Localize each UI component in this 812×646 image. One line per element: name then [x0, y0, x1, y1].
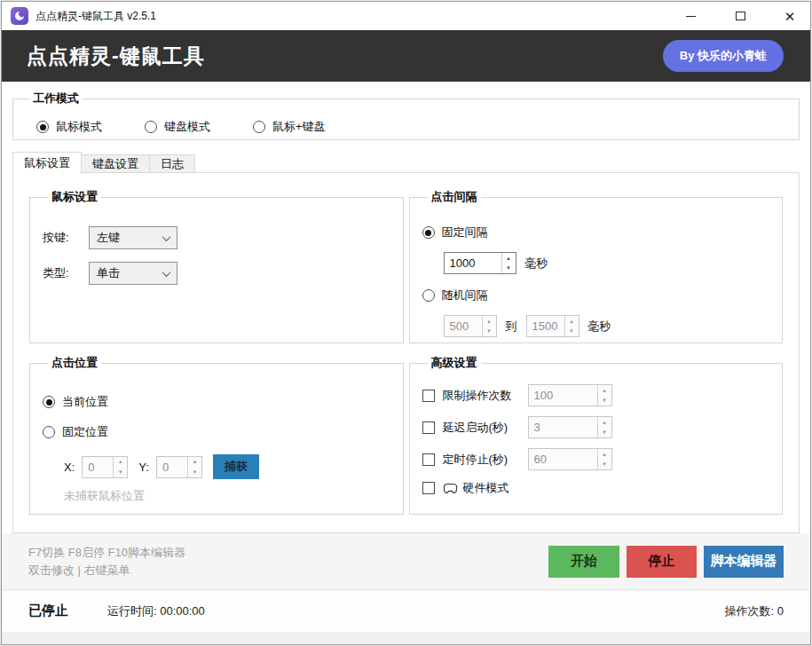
advanced-settings-group: 高级设置 限制操作次数 100 ▲▼ 延迟启动(秒) 3 [409, 355, 784, 515]
spin-up-icon[interactable]: ▲ [188, 457, 201, 468]
spinner-buttons: ▲▼ [187, 457, 201, 477]
spin-up-icon[interactable]: ▲ [598, 385, 611, 396]
radio-fixed-interval[interactable]: 固定间隔 [422, 225, 488, 240]
author-badge: By 快乐的小青蛙 [663, 40, 784, 72]
fixed-interval-row: 固定间隔 [422, 225, 770, 240]
footer-bar: F7切换 F8启停 F10脚本编辑器 双击修改 | 右键菜单 开始 停止 脚本编… [2, 533, 810, 589]
swirl-glyph [14, 11, 25, 21]
fixed-interval-spinner[interactable]: 1000 ▲▼ [444, 252, 516, 274]
maximize-icon [736, 12, 745, 20]
spin-up-icon[interactable]: ▲ [565, 316, 579, 327]
click-type-label: 类型: [43, 265, 89, 281]
limit-count-label: 限制操作次数 [443, 388, 528, 404]
random-max-spinner[interactable]: 1500 ▲▼ [526, 315, 579, 337]
start-button[interactable]: 开始 [548, 546, 619, 578]
delay-start-label: 延迟启动(秒) [443, 420, 528, 436]
spin-down-icon[interactable]: ▼ [502, 264, 516, 274]
spin-down-icon[interactable]: ▼ [598, 428, 611, 438]
spin-up-icon[interactable]: ▲ [502, 253, 516, 264]
click-position-group: 点击位置 当前位置 固定位置 X: [29, 355, 404, 515]
main-content: 工作模式 鼠标模式 键盘模式 鼠标+键盘 鼠标设置 键盘设置 日志 [2, 82, 810, 533]
hardware-mode-checkbox[interactable] [422, 482, 435, 494]
spinner-buttons: ▲▼ [597, 385, 611, 406]
spin-up-icon[interactable]: ▲ [598, 417, 611, 428]
mouse-settings-group: 鼠标设置 按键: 左键 类型: 单击 [29, 189, 404, 343]
radio-icon[interactable] [43, 396, 55, 408]
fixed-interval-unit: 毫秒 [525, 256, 548, 272]
spin-down-icon[interactable]: ▼ [598, 396, 611, 406]
spin-down-icon[interactable]: ▼ [565, 327, 579, 337]
y-label: Y: [138, 461, 149, 474]
limit-count-row: 限制操作次数 100 ▲▼ [422, 384, 770, 406]
radio-icon[interactable] [36, 121, 49, 133]
mouse-settings-label: 鼠标设置 [48, 189, 101, 205]
radio-icon[interactable] [43, 426, 55, 438]
capture-hint: 未捕获鼠标位置 [64, 488, 390, 504]
tab-mouse-settings[interactable]: 鼠标设置 [12, 152, 82, 174]
capture-button[interactable]: 捕获 [213, 454, 259, 479]
random-min-spinner[interactable]: 500 ▲▼ [444, 315, 497, 337]
limit-count-spinner[interactable]: 100 ▲▼ [528, 384, 612, 406]
spin-down-icon[interactable]: ▼ [483, 327, 496, 337]
hotkey-hint-line2: 双击修改 | 右键菜单 [28, 562, 185, 579]
spin-up-icon[interactable]: ▲ [598, 449, 611, 460]
spinner-buttons: ▲▼ [501, 253, 516, 273]
radio-icon[interactable] [253, 121, 265, 133]
fixed-position-row: 固定位置 [43, 424, 390, 440]
radio-icon[interactable] [422, 289, 435, 302]
bottom-strip [2, 632, 810, 645]
click-position-label: 点击位置 [48, 355, 101, 371]
x-coordinate-spinner[interactable]: 0 ▲▼ [82, 456, 128, 478]
radio-fixed-position[interactable]: 固定位置 [43, 424, 108, 440]
tab-strip: 鼠标设置 键盘设置 日志 [12, 151, 800, 173]
mouse-button-select[interactable]: 左键 [89, 226, 177, 249]
spin-down-icon[interactable]: ▼ [188, 467, 201, 477]
timed-stop-row: 定时停止(秒) 60 ▲▼ [422, 448, 770, 470]
click-type-value: 单击 [97, 265, 120, 281]
timed-stop-checkbox[interactable] [422, 453, 435, 466]
spin-up-icon[interactable]: ▲ [483, 316, 496, 327]
click-type-select[interactable]: 单击 [89, 262, 177, 285]
spin-up-icon[interactable]: ▲ [114, 457, 127, 468]
hotkey-hint-line1: F7切换 F8启停 F10脚本编辑器 [28, 544, 185, 562]
fixed-interval-value-row: 1000 ▲▼ 毫秒 [444, 252, 770, 274]
y-coordinate-spinner[interactable]: 0 ▲▼ [156, 456, 202, 478]
minimize-icon [686, 16, 696, 17]
runtime-text: 运行时间: 00:00:00 [107, 603, 205, 619]
close-icon: ✕ [784, 10, 796, 23]
gamepad-icon [443, 483, 458, 494]
script-editor-button[interactable]: 脚本编辑器 [704, 546, 784, 578]
chevron-down-icon [162, 268, 171, 277]
spinner-buttons: ▲▼ [597, 449, 611, 469]
click-interval-label: 点击间隔 [428, 189, 481, 205]
radio-current-position[interactable]: 当前位置 [43, 394, 108, 410]
tab-page-mouse-settings: 鼠标设置 按键: 左键 类型: 单击 [12, 172, 800, 533]
radio-mouse-mode[interactable]: 鼠标模式 [36, 119, 122, 135]
right-column: 点击间隔 固定间隔 1000 ▲▼ 毫秒 [409, 189, 784, 516]
delay-start-spinner[interactable]: 3 ▲▼ [528, 416, 612, 438]
spinner-buttons: ▲▼ [113, 457, 127, 477]
stop-button[interactable]: 停止 [627, 546, 697, 578]
hardware-mode-label: 硬件模式 [463, 480, 509, 496]
delay-start-checkbox[interactable] [422, 421, 435, 434]
tab-keyboard-settings[interactable]: 键盘设置 [82, 154, 150, 173]
maximize-button[interactable] [725, 4, 755, 28]
radio-icon[interactable] [145, 121, 157, 133]
chevron-down-icon [162, 232, 171, 241]
limit-count-checkbox[interactable] [422, 390, 435, 402]
spin-down-icon[interactable]: ▼ [598, 460, 611, 470]
minimize-button[interactable] [675, 4, 706, 28]
radio-keyboard-mode[interactable]: 键盘模式 [145, 119, 230, 135]
radio-icon[interactable] [422, 226, 435, 239]
radio-random-interval[interactable]: 随机间隔 [422, 288, 488, 303]
random-interval-row: 随机间隔 [422, 288, 770, 303]
title-bar: 点点精灵-键鼠工具 v2.5.1 ✕ [2, 2, 810, 30]
close-button[interactable]: ✕ [775, 4, 805, 28]
work-mode-options: 鼠标模式 键盘模式 鼠标+键盘 [24, 119, 788, 135]
radio-mouse-keyboard-mode[interactable]: 鼠标+键盘 [253, 119, 338, 135]
left-column: 鼠标设置 按键: 左键 类型: 单击 [29, 189, 404, 516]
work-mode-group: 工作模式 鼠标模式 键盘模式 鼠标+键盘 [12, 91, 800, 140]
tab-log[interactable]: 日志 [150, 154, 195, 173]
spin-down-icon[interactable]: ▼ [114, 467, 127, 477]
timed-stop-spinner[interactable]: 60 ▲▼ [528, 448, 612, 470]
